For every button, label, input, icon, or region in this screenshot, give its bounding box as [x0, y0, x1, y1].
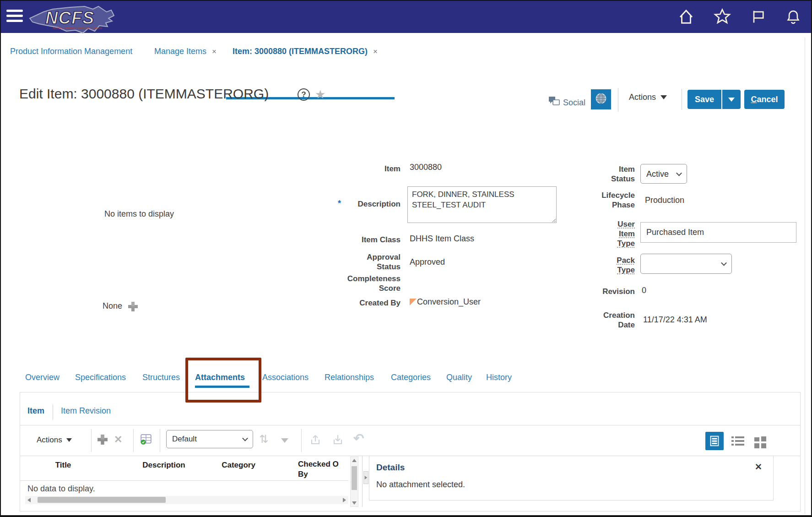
revision-label: Revision: [562, 287, 635, 296]
close-icon[interactable]: ✕: [755, 462, 762, 472]
user-item-type-input[interactable]: [640, 222, 796, 243]
chevron-down-icon: [242, 435, 248, 441]
attachment-details-pane: Details No attachment selected. ✕: [369, 456, 774, 501]
revision-value: 0: [642, 286, 646, 295]
chevron-down-icon: [676, 170, 682, 176]
splitter-arrow-icon: [365, 476, 368, 479]
chevron-down-icon: [66, 438, 72, 442]
close-icon[interactable]: ×: [373, 47, 378, 56]
cancel-button[interactable]: Cancel: [744, 90, 785, 109]
splitter-handle[interactable]: [363, 471, 368, 484]
sort-icon[interactable]: ⇅: [259, 433, 268, 446]
social-label: Social: [563, 98, 585, 108]
horizontal-scrollbar-thumb[interactable]: [38, 497, 166, 503]
checkout-icon[interactable]: [309, 434, 322, 447]
favorite-star-icon[interactable]: ★: [315, 87, 325, 102]
application-window: NCFS North Carolina Financial System Pro…: [0, 0, 812, 517]
navigation-tab-bar: Product Information Management Manage It…: [1, 33, 812, 68]
created-by-value: Conversion_User: [417, 297, 481, 307]
subtab-item-revision[interactable]: Item Revision: [61, 406, 111, 416]
undo-icon[interactable]: ↶: [353, 431, 364, 446]
sort-menu-chevron-icon[interactable]: [281, 438, 288, 443]
creation-date-value: 11/17/22 4:31 AM: [643, 315, 707, 325]
item-status-select[interactable]: Active: [640, 164, 687, 184]
attachments-panel: Item Item Revision Actions ✕: [20, 392, 801, 512]
item-class-label: Item Class: [327, 235, 401, 245]
save-dropdown-button[interactable]: [722, 90, 741, 109]
social-button[interactable]: Social: [548, 96, 585, 109]
tab-quality[interactable]: Quality: [446, 373, 472, 382]
app-header: [1, 1, 812, 33]
tab-relationships[interactable]: Relationships: [325, 373, 374, 382]
column-header-description[interactable]: Description: [132, 460, 196, 470]
ncfs-logo: NCFS North Carolina Financial System: [26, 2, 118, 39]
save-button[interactable]: Save: [687, 90, 721, 109]
pack-type-select[interactable]: [640, 254, 732, 274]
delete-attachment-icon[interactable]: ✕: [114, 434, 122, 446]
vertical-scrollbar-thumb[interactable]: [352, 466, 357, 490]
none-label: None: [103, 301, 122, 311]
scroll-left-icon[interactable]: [27, 498, 31, 502]
logo-text: NCFS: [45, 8, 94, 27]
tab-product-information-management[interactable]: Product Information Management: [10, 47, 132, 56]
notifications-icon[interactable]: [785, 8, 802, 25]
tab-categories[interactable]: Categories: [391, 373, 431, 382]
column-header-category[interactable]: Category: [210, 460, 267, 470]
column-header-checked-out-by[interactable]: Checked O By: [298, 459, 342, 479]
approval-status-label: Approval Status: [327, 252, 401, 272]
help-icon[interactable]: ?: [298, 88, 310, 101]
home-icon[interactable]: [677, 8, 695, 25]
attachments-actions-button[interactable]: Actions: [37, 435, 72, 445]
globe-button[interactable]: [591, 89, 611, 109]
horizontal-scrollbar[interactable]: [25, 496, 348, 504]
details-empty-text: No attachment selected.: [376, 480, 465, 490]
divider: [618, 88, 618, 112]
divider: [53, 404, 53, 420]
completeness-score-label: Completeness Score: [327, 274, 401, 293]
user-flag-icon: [410, 299, 417, 305]
created-by-label: Created By: [327, 298, 401, 308]
page-title: Edit Item: 3000880 (ITEMMASTERORG): [19, 86, 269, 102]
table-view-button[interactable]: [705, 432, 724, 450]
tab-item-3000880[interactable]: Item: 3000880 (ITEMMASTERORG)×: [233, 47, 378, 56]
description-textarea[interactable]: FORK, DINNER, STAINLESS STEEL_TEST AUDIT: [407, 186, 557, 223]
cancel-label: Cancel: [744, 90, 785, 109]
checkin-icon[interactable]: [332, 434, 345, 447]
lifecycle-phase-label: Lifecycle Phase: [562, 190, 635, 210]
close-icon[interactable]: ×: [212, 47, 217, 56]
social-icon: [548, 96, 560, 109]
tab-history[interactable]: History: [486, 373, 512, 382]
tab-specifications[interactable]: Specifications: [75, 373, 126, 382]
list-view-button[interactable]: [731, 435, 745, 449]
user-item-type-label: User Item Type: [562, 219, 635, 248]
page-edge-line: [805, 38, 805, 514]
actions-label: Actions: [629, 93, 656, 102]
flag-icon[interactable]: [750, 8, 766, 25]
panel-splitter[interactable]: [362, 456, 363, 507]
description-label: Description: [327, 199, 401, 209]
attachments-actions-label: Actions: [37, 435, 62, 445]
tab-overview[interactable]: Overview: [25, 373, 60, 382]
scroll-right-icon[interactable]: [343, 498, 346, 502]
grid-view-button[interactable]: [753, 435, 767, 450]
tab-manage-items[interactable]: Manage Items×: [154, 47, 217, 56]
menu-icon[interactable]: [6, 10, 24, 24]
tab-structures[interactable]: Structures: [142, 373, 180, 382]
subtab-item[interactable]: Item: [27, 406, 44, 416]
actions-menu-button[interactable]: Actions: [629, 93, 667, 102]
empty-items-text: No items to display: [84, 209, 194, 219]
view-select[interactable]: Default: [166, 430, 253, 448]
add-attachment-icon[interactable]: [97, 434, 108, 447]
add-icon[interactable]: [128, 301, 138, 314]
export-spreadsheet-icon[interactable]: [140, 434, 152, 447]
scroll-down-icon[interactable]: [352, 501, 357, 505]
scroll-up-icon[interactable]: [352, 459, 357, 462]
column-header-title[interactable]: Title: [36, 460, 91, 470]
approval-status-value: Approved: [410, 257, 445, 267]
creation-date-label: Creation Date: [562, 310, 635, 330]
view-select-value: Default: [172, 435, 197, 444]
vertical-scrollbar[interactable]: [350, 457, 358, 507]
tab-associations[interactable]: Associations: [262, 373, 309, 382]
favorites-icon[interactable]: [713, 7, 731, 26]
tab-item-3000880-label: Item: 3000880 (ITEMMASTERORG): [233, 47, 368, 56]
